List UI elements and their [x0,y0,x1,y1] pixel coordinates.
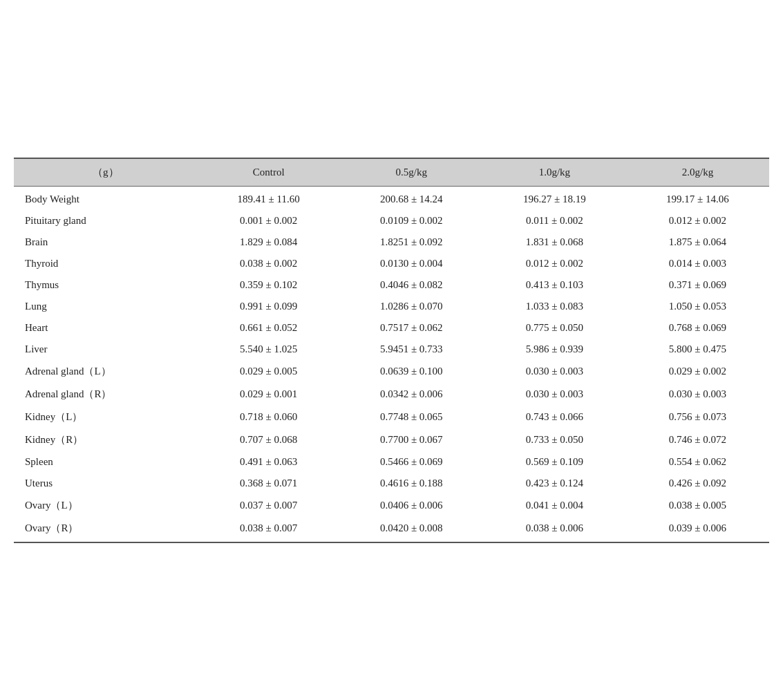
data-cell: 1.8251 ± 0.092 [340,231,483,253]
col-header-dose20: 2.0g/kg [626,159,769,187]
data-cell: 0.707 ± 0.068 [198,428,340,451]
data-cell: 1.831 ± 0.068 [483,231,626,253]
data-cell: 0.423 ± 0.124 [483,473,626,494]
data-cell: 0.4616 ± 0.188 [340,473,483,494]
data-cell: 1.875 ± 0.064 [626,231,769,253]
data-cell: 0.038 ± 0.007 [198,517,340,542]
table-row: Uterus0.368 ± 0.0710.4616 ± 0.1880.423 ±… [14,473,769,494]
data-cell: 0.775 ± 0.050 [483,317,626,339]
organ-name: Thyroid [14,253,198,274]
data-cell: 1.050 ± 0.053 [626,296,769,317]
data-cell: 0.0406 ± 0.006 [340,494,483,517]
data-cell: 0.0420 ± 0.008 [340,517,483,542]
organ-name: Uterus [14,473,198,494]
data-cell: 0.014 ± 0.003 [626,253,769,274]
table-row: Pituitary gland0.001 ± 0.0020.0109 ± 0.0… [14,210,769,231]
data-cell: 0.012 ± 0.002 [483,253,626,274]
table-header-row: （g） Control 0.5g/kg 1.0g/kg 2.0g/kg [14,159,769,187]
data-cell: 0.030 ± 0.003 [483,383,626,406]
data-cell: 5.540 ± 1.025 [198,339,340,360]
organ-name: Kidney（R） [14,428,198,451]
data-cell: 189.41 ± 11.60 [198,186,340,210]
organ-name: Adrenal gland（R） [14,383,198,406]
organ-name: Heart [14,317,198,339]
data-cell: 0.491 ± 0.063 [198,451,340,473]
table-row: Ovary（R）0.038 ± 0.0070.0420 ± 0.0080.038… [14,517,769,542]
data-cell: 0.029 ± 0.001 [198,383,340,406]
organ-name: Ovary（R） [14,517,198,542]
organ-name: Kidney（L） [14,406,198,428]
organ-name: Pituitary gland [14,210,198,231]
data-cell: 0.413 ± 0.103 [483,274,626,296]
data-cell: 0.038 ± 0.006 [483,517,626,542]
data-cell: 0.768 ± 0.069 [626,317,769,339]
data-cell: 0.029 ± 0.005 [198,360,340,383]
data-cell: 0.0639 ± 0.100 [340,360,483,383]
data-cell: 1.829 ± 0.084 [198,231,340,253]
table-row: Liver5.540 ± 1.0255.9451 ± 0.7335.986 ± … [14,339,769,360]
data-cell: 0.426 ± 0.092 [626,473,769,494]
data-cell: 0.368 ± 0.071 [198,473,340,494]
table-row: Kidney（R）0.707 ± 0.0680.7700 ± 0.0670.73… [14,428,769,451]
data-cell: 0.030 ± 0.003 [483,360,626,383]
col-header-organ: （g） [14,159,198,187]
data-cell: 0.041 ± 0.004 [483,494,626,517]
organ-name: Adrenal gland（L） [14,360,198,383]
table-row: Adrenal gland（R）0.029 ± 0.0010.0342 ± 0.… [14,383,769,406]
col-header-dose05: 0.5g/kg [340,159,483,187]
data-cell: 0.0130 ± 0.004 [340,253,483,274]
data-cell: 0.030 ± 0.003 [626,383,769,406]
data-cell: 0.038 ± 0.005 [626,494,769,517]
data-cell: 0.746 ± 0.072 [626,428,769,451]
organ-name: Brain [14,231,198,253]
organ-name: Ovary（L） [14,494,198,517]
organ-name: Thymus [14,274,198,296]
col-header-dose10: 1.0g/kg [483,159,626,187]
data-cell: 0.7700 ± 0.067 [340,428,483,451]
data-cell: 0.001 ± 0.002 [198,210,340,231]
data-cell: 0.5466 ± 0.069 [340,451,483,473]
data-cell: 0.011 ± 0.002 [483,210,626,231]
data-cell: 0.371 ± 0.069 [626,274,769,296]
data-cell: 0.718 ± 0.060 [198,406,340,428]
data-cell: 1.0286 ± 0.070 [340,296,483,317]
data-cell: 0.4046 ± 0.082 [340,274,483,296]
data-cell: 5.9451 ± 0.733 [340,339,483,360]
table-row: Thyroid0.038 ± 0.0020.0130 ± 0.0040.012 … [14,253,769,274]
data-cell: 0.661 ± 0.052 [198,317,340,339]
data-cell: 1.033 ± 0.083 [483,296,626,317]
data-cell: 0.037 ± 0.007 [198,494,340,517]
data-cell: 0.039 ± 0.006 [626,517,769,542]
data-cell: 0.569 ± 0.109 [483,451,626,473]
table-row: Thymus0.359 ± 0.1020.4046 ± 0.0820.413 ±… [14,274,769,296]
data-cell: 0.029 ± 0.002 [626,360,769,383]
data-cell: 5.800 ± 0.475 [626,339,769,360]
data-cell: 0.7517 ± 0.062 [340,317,483,339]
organ-name: Body Weight [14,186,198,210]
data-cell: 0.7748 ± 0.065 [340,406,483,428]
data-cell: 0.0342 ± 0.006 [340,383,483,406]
data-cell: 0.733 ± 0.050 [483,428,626,451]
table-row: Ovary（L）0.037 ± 0.0070.0406 ± 0.0060.041… [14,494,769,517]
data-cell: 0.359 ± 0.102 [198,274,340,296]
data-cell: 0.0109 ± 0.002 [340,210,483,231]
data-cell: 200.68 ± 14.24 [340,186,483,210]
table-row: Adrenal gland（L）0.029 ± 0.0050.0639 ± 0.… [14,360,769,383]
data-cell: 0.743 ± 0.066 [483,406,626,428]
col-header-control: Control [198,159,340,187]
organ-name: Liver [14,339,198,360]
organ-name: Spleen [14,451,198,473]
table-row: Kidney（L）0.718 ± 0.0600.7748 ± 0.0650.74… [14,406,769,428]
data-cell: 0.756 ± 0.073 [626,406,769,428]
table-row: Brain1.829 ± 0.0841.8251 ± 0.0921.831 ± … [14,231,769,253]
data-cell: 0.991 ± 0.099 [198,296,340,317]
data-cell: 0.554 ± 0.062 [626,451,769,473]
table-row: Spleen0.491 ± 0.0630.5466 ± 0.0690.569 ±… [14,451,769,473]
table-row: Lung0.991 ± 0.0991.0286 ± 0.0701.033 ± 0… [14,296,769,317]
organ-name: Lung [14,296,198,317]
data-cell: 0.038 ± 0.002 [198,253,340,274]
table-row: Heart0.661 ± 0.0520.7517 ± 0.0620.775 ± … [14,317,769,339]
data-cell: 0.012 ± 0.002 [626,210,769,231]
organ-weight-table: （g） Control 0.5g/kg 1.0g/kg 2.0g/kg Body… [14,158,769,543]
data-cell: 196.27 ± 18.19 [483,186,626,210]
